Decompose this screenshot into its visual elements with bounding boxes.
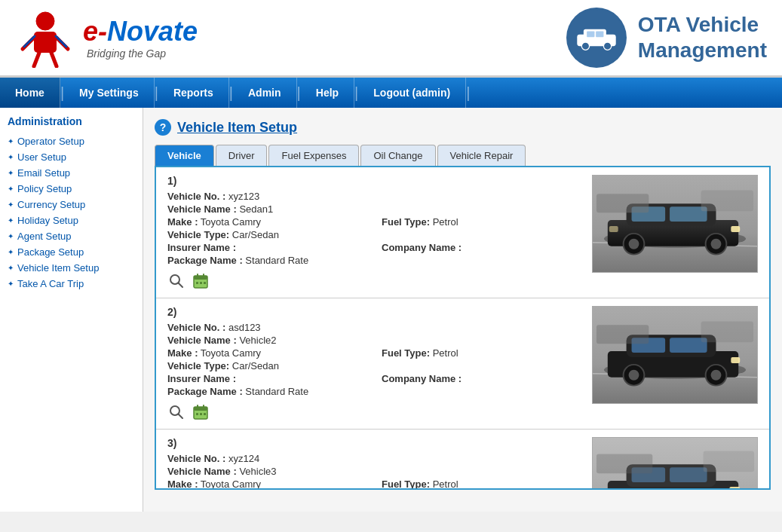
nav-my-settings[interactable]: My Settings (64, 78, 155, 108)
vehicle-image-2 (592, 306, 758, 404)
logo-name: e-Novate (83, 16, 198, 47)
vehicle-fields-2: Vehicle No. : asd123 Vehicle Name : Vehi… (167, 322, 581, 397)
svg-point-10 (581, 42, 589, 50)
sidebar-item-vehicle-item-setup[interactable]: ✦ Vehicle Item Setup (4, 260, 139, 276)
svg-rect-22 (204, 282, 206, 284)
nav-bar: Home | My Settings | Reports | Admin | H… (0, 78, 782, 108)
svg-rect-21 (200, 282, 202, 284)
logo-person-icon (15, 8, 75, 68)
sidebar-item-email-setup[interactable]: ✦ Email Setup (4, 165, 139, 181)
make-row-1: Make : Toyota Camry (167, 216, 366, 228)
calendar-icon (192, 273, 209, 289)
svg-line-15 (179, 283, 183, 288)
vehicle-actions-1 (167, 272, 581, 290)
vehicle-name-row-1: Vehicle Name : Sedan1 (167, 203, 581, 215)
tabs-bar: Vehicle Driver Fuel Expenses Oil Change … (155, 145, 771, 166)
car-photo-2 (593, 306, 757, 404)
logo-left: e-Novate Bridging the Gap (15, 8, 198, 68)
svg-rect-17 (194, 276, 207, 280)
svg-rect-42 (194, 407, 207, 411)
sidebar-item-currency-setup[interactable]: ✦ Currency Setup (4, 197, 139, 212)
bullet-icon: ✦ (8, 169, 14, 177)
main-layout: Administration ✦ Operator Setup ✦ User S… (0, 108, 782, 512)
vehicle-info-3: 3) Vehicle No. : xyz124 Vehicle Name : V… (167, 437, 581, 490)
vehicle-list-container: 1) Vehicle No. : xyz123 Vehicle Name : S… (155, 166, 771, 490)
search-action-1[interactable] (167, 272, 186, 290)
search-icon (168, 273, 185, 289)
svg-point-11 (603, 42, 611, 50)
page-title-row: ? Vehicle Item Setup (155, 119, 771, 136)
svg-rect-35 (731, 226, 740, 232)
page-title[interactable]: Vehicle Item Setup (177, 120, 297, 136)
insurer-row-1: Insurer Name : (167, 242, 366, 253)
vehicle-image-1 (592, 175, 758, 273)
vehicle-item-2: 2) Vehicle No. : asd123 Vehicle Name : V… (156, 298, 769, 430)
calendar-action-1[interactable] (192, 272, 210, 290)
car-photo-1 (593, 175, 757, 273)
sidebar-item-package-setup[interactable]: ✦ Package Setup (4, 244, 139, 260)
logo-right: OTA Vehicle Management (566, 8, 767, 68)
tab-fuel-expenses[interactable]: Fuel Expenses (268, 145, 359, 166)
svg-point-0 (36, 12, 54, 30)
svg-line-7 (56, 36, 66, 47)
company-row-1: Company Name : (382, 242, 581, 253)
svg-rect-74 (729, 487, 740, 490)
svg-rect-45 (196, 413, 198, 415)
bullet-icon: ✦ (8, 153, 14, 161)
bullet-icon: ✦ (8, 232, 14, 240)
tab-oil-change[interactable]: Oil Change (360, 145, 435, 166)
svg-point-32 (629, 239, 639, 249)
nav-home[interactable]: Home (0, 78, 60, 108)
vehicle-actions-2 (167, 403, 581, 421)
ota-title: OTA Vehicle Management (638, 12, 767, 63)
calendar-icon (192, 404, 209, 420)
svg-rect-20 (196, 282, 198, 284)
sidebar-item-take-car-trip[interactable]: ✦ Take A Car Trip (4, 276, 139, 292)
vehicle-item-1: 1) Vehicle No. : xyz123 Vehicle Name : S… (156, 167, 769, 298)
svg-line-6 (24, 36, 35, 47)
sidebar-item-operator-setup[interactable]: ✦ Operator Setup (4, 133, 139, 149)
header: e-Novate Bridging the Gap OTA Vehicle Ma… (0, 0, 782, 78)
calendar-action-2[interactable] (192, 403, 210, 421)
nav-reports[interactable]: Reports (158, 78, 229, 108)
bullet-icon: ✦ (8, 200, 14, 209)
svg-rect-46 (200, 413, 202, 415)
tab-driver[interactable]: Driver (216, 145, 268, 166)
svg-rect-37 (596, 194, 649, 212)
svg-line-40 (179, 414, 183, 419)
svg-rect-47 (204, 413, 206, 415)
tab-vehicle-repair[interactable]: Vehicle Repair (437, 145, 526, 166)
vehicle-num-1: 1) (167, 175, 581, 187)
nav-help[interactable]: Help (301, 78, 354, 108)
sidebar: Administration ✦ Operator Setup ✦ User S… (0, 108, 143, 512)
nav-admin[interactable]: Admin (233, 78, 297, 108)
svg-rect-69 (670, 467, 707, 482)
logo-subtitle: Bridging the Gap (83, 47, 198, 60)
sidebar-item-user-setup[interactable]: ✦ User Setup (4, 149, 139, 165)
search-action-2[interactable] (167, 403, 186, 421)
car-icon (574, 23, 619, 53)
bullet-icon: ✦ (8, 137, 14, 145)
svg-point-57 (629, 370, 639, 381)
sidebar-item-policy-setup[interactable]: ✦ Policy Setup (4, 181, 139, 197)
vehicle-num-3: 3) (167, 437, 581, 449)
vehicle-image-3 (592, 437, 758, 490)
svg-point-34 (711, 239, 722, 249)
svg-rect-60 (731, 357, 740, 363)
nav-logout[interactable]: Logout (admin) (358, 78, 466, 108)
vehicle-info-2: 2) Vehicle No. : asd123 Vehicle Name : V… (167, 306, 581, 421)
tab-vehicle[interactable]: Vehicle (155, 145, 214, 166)
svg-rect-61 (596, 325, 649, 344)
bullet-icon: ✦ (8, 216, 14, 225)
svg-point-59 (711, 370, 722, 381)
content-area: ? Vehicle Item Setup Vehicle Driver Fuel… (143, 108, 782, 512)
sidebar-item-agent-setup[interactable]: ✦ Agent Setup (4, 228, 139, 244)
svg-rect-75 (596, 454, 652, 473)
sidebar-item-holiday-setup[interactable]: ✦ Holiday Setup (4, 212, 139, 228)
svg-rect-1 (34, 32, 57, 53)
info-icon: ? (155, 119, 171, 136)
vehicle-num-2: 2) (167, 306, 581, 318)
svg-rect-12 (587, 31, 594, 37)
logo-text: e-Novate Bridging the Gap (83, 16, 198, 60)
vehicle-no-row-1: Vehicle No. : xyz123 (167, 191, 581, 202)
